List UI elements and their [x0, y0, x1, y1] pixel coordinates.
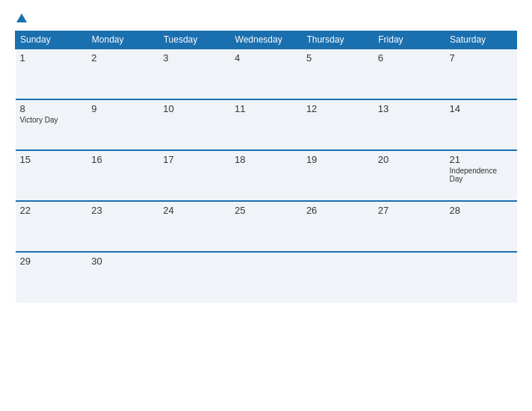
calendar-cell: 17	[158, 150, 230, 201]
day-number: 24	[163, 205, 226, 216]
calendar-week-row: 8Victory Day91011121314	[16, 99, 517, 150]
calendar-cell: 18	[230, 150, 302, 201]
day-number: 27	[378, 205, 441, 216]
calendar-cell	[158, 252, 230, 303]
calendar-cell: 25	[230, 201, 302, 252]
calendar-table: Sunday Monday Tuesday Wednesday Thursday…	[15, 31, 517, 303]
day-number: 15	[20, 154, 83, 165]
day-number: 20	[378, 154, 441, 165]
header-sunday: Sunday	[16, 31, 87, 49]
calendar-cell: 20	[374, 150, 445, 201]
day-number: 3	[163, 52, 226, 64]
day-number: 16	[91, 154, 154, 165]
logo-blue-text	[15, 13, 27, 23]
calendar-cell: 13	[374, 99, 445, 150]
calendar-page: Sunday Monday Tuesday Wednesday Thursday…	[0, 0, 532, 411]
day-number: 23	[91, 205, 154, 216]
day-number: 7	[450, 52, 513, 64]
calendar-cell	[445, 252, 517, 303]
calendar-cell: 12	[302, 99, 374, 150]
calendar-cell: 11	[230, 99, 302, 150]
day-number: 29	[20, 256, 83, 267]
calendar-cell: 8Victory Day	[16, 99, 87, 150]
calendar-week-row: 15161718192021Independence Day	[16, 150, 517, 201]
calendar-cell	[230, 252, 302, 303]
calendar-cell: 26	[302, 201, 374, 252]
day-number: 26	[306, 205, 369, 216]
calendar-cell: 4	[230, 49, 302, 99]
calendar-cell	[302, 252, 374, 303]
day-number: 10	[163, 103, 226, 114]
calendar-cell: 6	[374, 49, 445, 99]
calendar-week-row: 2930	[16, 252, 517, 303]
calendar-cell: 21Independence Day	[445, 150, 517, 201]
calendar-cell: 9	[87, 99, 158, 150]
day-number: 18	[235, 154, 297, 165]
holiday-label: Independence Day	[450, 167, 513, 183]
calendar-cell: 29	[16, 252, 87, 303]
header-wednesday: Wednesday	[230, 31, 302, 49]
calendar-cell: 30	[87, 252, 158, 303]
day-number: 30	[91, 256, 154, 267]
calendar-week-row: 22232425262728	[16, 201, 517, 252]
day-number: 2	[91, 52, 154, 64]
calendar-cell: 3	[158, 49, 230, 99]
header-tuesday: Tuesday	[158, 31, 230, 49]
day-number: 17	[163, 154, 226, 165]
calendar-cell: 22	[16, 201, 87, 252]
day-number: 5	[306, 52, 369, 64]
calendar-cell: 15	[16, 150, 87, 201]
calendar-cell: 27	[374, 201, 445, 252]
day-number: 8	[20, 103, 83, 114]
calendar-body: 12345678Victory Day910111213141516171819…	[16, 49, 517, 303]
day-number: 9	[91, 103, 154, 114]
calendar-cell	[374, 252, 445, 303]
calendar-cell: 7	[445, 49, 517, 99]
calendar-cell: 16	[87, 150, 158, 201]
day-number: 1	[20, 52, 83, 64]
day-number: 14	[450, 103, 513, 114]
day-number: 28	[450, 205, 513, 216]
day-number: 19	[306, 154, 369, 165]
header-saturday: Saturday	[445, 31, 517, 49]
weekday-header-row: Sunday Monday Tuesday Wednesday Thursday…	[16, 31, 517, 49]
calendar-cell: 19	[302, 150, 374, 201]
calendar-cell: 28	[445, 201, 517, 252]
day-number: 13	[378, 103, 441, 114]
day-number: 25	[235, 205, 297, 216]
calendar-cell: 23	[87, 201, 158, 252]
calendar-cell: 10	[158, 99, 230, 150]
day-number: 6	[378, 52, 441, 64]
logo	[15, 13, 27, 23]
day-number: 12	[306, 103, 369, 114]
header-thursday: Thursday	[302, 31, 374, 49]
day-number: 22	[20, 205, 83, 216]
day-number: 11	[235, 103, 297, 114]
calendar-cell: 2	[87, 49, 158, 99]
day-number: 4	[235, 52, 297, 64]
header-friday: Friday	[374, 31, 445, 49]
logo-triangle-icon	[16, 13, 27, 22]
calendar-cell: 5	[302, 49, 374, 99]
calendar-cell: 1	[16, 49, 87, 99]
calendar-cell: 24	[158, 201, 230, 252]
holiday-label: Victory Day	[20, 116, 83, 124]
calendar-cell: 14	[445, 99, 517, 150]
day-number: 21	[450, 154, 513, 165]
calendar-week-row: 1234567	[16, 49, 517, 99]
header-monday: Monday	[87, 31, 158, 49]
header	[15, 13, 517, 23]
